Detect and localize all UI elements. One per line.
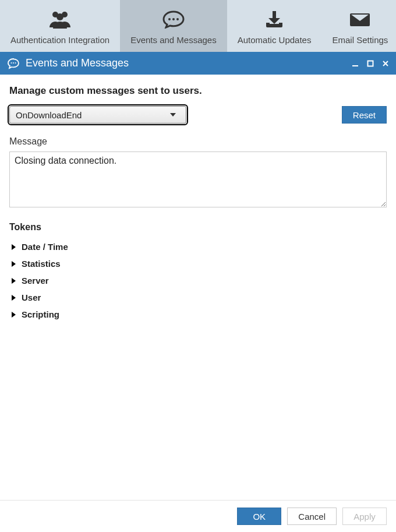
svg-point-11 — [15, 62, 16, 64]
svg-point-3 — [168, 18, 171, 20]
token-group-server[interactable]: Server — [9, 272, 387, 289]
svg-point-5 — [176, 18, 179, 20]
token-group-label: Scripting — [22, 309, 59, 319]
caret-right-icon — [12, 312, 16, 318]
svg-rect-6 — [273, 11, 276, 18]
page-subheading: Manage custom messages sent to users. — [9, 85, 387, 97]
token-group-scripting[interactable]: Scripting — [9, 306, 387, 323]
titlebar: Events and Messages — [0, 52, 396, 75]
svg-rect-7 — [266, 24, 282, 27]
reset-button[interactable]: Reset — [342, 106, 387, 124]
token-group-label: User — [22, 293, 41, 302]
caret-right-icon — [12, 244, 16, 250]
tab-automatic-updates[interactable]: Automatic Updates — [227, 0, 322, 52]
tab-label: Authentication Integration — [10, 35, 109, 45]
window-controls — [352, 60, 389, 67]
message-label: Message — [9, 136, 387, 147]
speech-icon — [162, 10, 185, 30]
caret-right-icon — [12, 261, 16, 267]
tab-label: Email Settings — [332, 35, 388, 45]
maximize-button[interactable] — [367, 60, 374, 67]
token-group-label: Date / Time — [22, 242, 68, 252]
action-bar: OK Cancel Apply — [0, 500, 396, 532]
minimize-button[interactable] — [352, 60, 359, 67]
message-textarea[interactable]: Closing data connection. — [9, 152, 387, 207]
svg-rect-13 — [368, 61, 373, 66]
tokens-heading: Tokens — [9, 222, 387, 232]
tab-label: Events and Messages — [130, 35, 217, 45]
svg-point-9 — [11, 62, 12, 64]
svg-point-4 — [172, 18, 175, 20]
svg-point-10 — [13, 62, 14, 64]
caret-right-icon — [12, 295, 16, 301]
token-group-label: Statistics — [22, 259, 61, 269]
speech-icon — [7, 58, 20, 69]
cancel-button[interactable]: Cancel — [287, 508, 337, 525]
token-group-date-time[interactable]: Date / Time — [9, 238, 387, 255]
token-group-statistics[interactable]: Statistics — [9, 255, 387, 272]
tab-authentication-integration[interactable]: Authentication Integration — [0, 0, 120, 52]
apply-button[interactable]: Apply — [342, 508, 387, 525]
page-title: Events and Messages — [26, 57, 352, 69]
tab-label: Automatic Updates — [238, 35, 312, 45]
tab-events-and-messages[interactable]: Events and Messages — [120, 0, 227, 52]
tab-email-settings[interactable]: Email Settings — [321, 0, 396, 52]
token-group-label: Server — [22, 276, 49, 286]
caret-right-icon — [12, 278, 16, 284]
tokens-list: Date / Time Statistics Server User Scrip… — [9, 238, 387, 323]
token-group-user[interactable]: User — [9, 289, 387, 306]
close-button[interactable] — [382, 60, 389, 67]
download-icon — [264, 10, 285, 30]
svg-point-2 — [56, 13, 63, 20]
content-area: Manage custom messages sent to users. On… — [0, 75, 396, 500]
event-select-wrap: OnDownloadEnd — [9, 106, 186, 124]
top-tabbar: Authentication Integration Events and Me… — [0, 0, 396, 52]
users-icon — [47, 10, 73, 30]
envelope-icon — [348, 11, 372, 30]
event-select[interactable]: OnDownloadEnd — [9, 106, 186, 124]
ok-button[interactable]: OK — [237, 508, 281, 525]
